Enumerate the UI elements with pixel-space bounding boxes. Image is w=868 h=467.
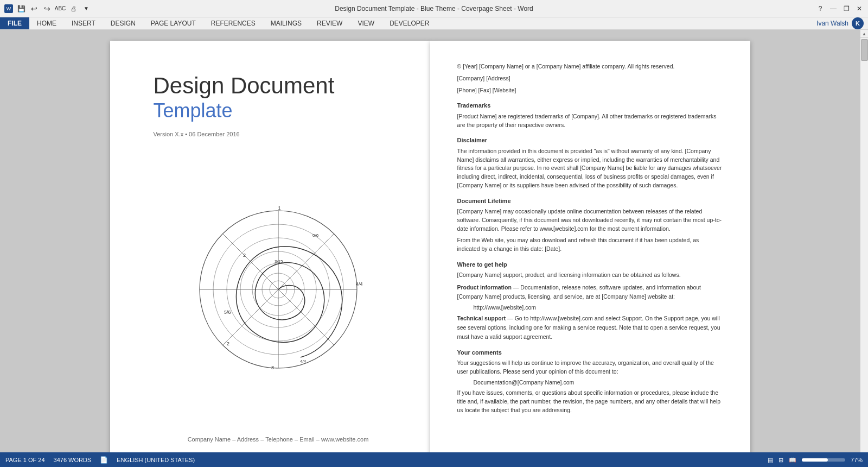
vertical-scrollbar[interactable]: ▲ [860,30,868,452]
trademarks-section: Trademarks [Product Name] are registered… [457,101,723,129]
document-title-line1: Design Document [154,73,403,98]
trademarks-heading: Trademarks [457,101,723,110]
technical-support-label: Technical support [457,315,506,321]
redo-icon[interactable]: ↪ [42,4,52,14]
where-to-get-help-section: Where to get help [Company Name] support… [457,260,723,342]
tab-review[interactable]: REVIEW [309,17,350,29]
where-to-get-help-intro: [Company Name] support, product, and lic… [457,271,723,280]
document-lifetime-text2: From the Web site, you may also download… [457,236,723,254]
minimize-button[interactable]: — [829,4,838,13]
svg-text:1: 1 [278,205,280,211]
right-copyright-section: © [Year] [Company Name] or a [Company Na… [457,62,723,94]
document-lifetime-text1: [Company Name] may occasionally update o… [457,207,723,233]
your-comments-text1: Your suggestions will help us continue t… [457,359,723,376]
your-comments-heading: Your comments [457,348,723,357]
svg-text:2: 2 [243,253,246,258]
view-icon-web[interactable]: ⊞ [778,457,783,464]
svg-line-11 [278,234,334,289]
quick-access-toolbar: W 💾 ↩ ↪ ABC 🖨 ▼ [4,4,91,14]
close-button[interactable]: ✕ [855,4,864,13]
svg-text:0/6: 0/6 [312,233,319,238]
spiral-diagram: 1 4/4 0/6 3/15 2 5/6 3 4/4 2 [154,154,403,425]
help-button[interactable]: ? [816,4,825,13]
pages-container: Design Document Template Version X.x • 0… [0,30,860,452]
product-info-block: Product information — Documentation, rel… [457,283,723,312]
product-info-url: http://www.[website].com [474,304,723,312]
svg-line-12 [278,289,334,345]
tab-home[interactable]: HOME [29,17,64,29]
page-footer: Company Name – Address – Telephone – Ema… [154,436,403,443]
svg-text:3/15: 3/15 [275,259,283,264]
ribbon: FILE HOME INSERT DESIGN PAGE LAYOUT REFE… [0,17,868,30]
proofing-icon: 📄 [100,456,108,464]
copyright-text: © [Year] [Company Name] or a [Company Na… [457,62,723,71]
page-left: Design Document Template Version X.x • 0… [110,41,430,452]
tab-view[interactable]: VIEW [350,17,382,29]
your-comments-section: Your comments Your suggestions will help… [457,348,723,415]
window-controls: ? — ❐ ✕ [816,4,864,13]
disclaimer-text: The information provided in this documen… [457,147,723,190]
product-info-label: Product information [457,284,512,291]
status-right: ▤ ⊞ 📖 77% [768,457,863,464]
zoom-bar[interactable] [802,458,845,462]
spelling-icon[interactable]: ABC [55,4,65,14]
tab-references[interactable]: REFERENCES [203,17,263,29]
document-area: Design Document Template Version X.x • 0… [0,30,868,452]
ribbon-tabs: FILE HOME INSERT DESIGN PAGE LAYOUT REFE… [0,17,868,29]
status-bar: PAGE 1 OF 24 3476 WORDS 📄 ENGLISH (UNITE… [0,452,868,467]
language: ENGLISH (UNITED STATES) [117,457,195,463]
scroll-up-button[interactable]: ▲ [860,30,869,38]
spiral-svg: 1 4/4 0/6 3/15 2 5/6 3 4/4 2 [194,205,362,374]
zoom-level: 77% [851,457,863,463]
tab-developer[interactable]: DEVELOPER [382,17,437,29]
view-icon-read[interactable]: 📖 [789,457,796,464]
window-title: Design Document Template - Blue Theme - … [335,5,533,12]
user-avatar[interactable]: K [852,17,864,29]
technical-support-block: Technical support — Go to http://www.[we… [457,314,723,341]
page-right: © [Year] [Company Name] or a [Company Na… [430,41,750,452]
svg-text:3: 3 [271,365,274,370]
documentation-email: Documentation@[Company Name].com [474,378,723,387]
tab-mailings[interactable]: MAILINGS [263,17,309,29]
page-info: PAGE 1 OF 24 [5,457,45,463]
disclaimer-section: Disclaimer The information provided in t… [457,136,723,190]
tab-file[interactable]: FILE [0,17,29,29]
restore-button[interactable]: ❐ [842,4,851,13]
where-to-get-help-heading: Where to get help [457,260,723,269]
word-icon: W [4,4,13,13]
print-icon[interactable]: 🖨 [68,4,78,14]
company-text: [Company] [Address] [457,74,723,83]
zoom-fill [802,458,828,462]
svg-text:5/6: 5/6 [224,310,231,315]
trademarks-text: [Product Name] are registered trademarks… [457,112,723,130]
title-bar: W 💾 ↩ ↪ ABC 🖨 ▼ Design Document Template… [0,0,868,17]
document-lifetime-section: Document Lifetime [Company Name] may occ… [457,197,723,254]
svg-text:4/4: 4/4 [356,281,362,287]
more-icon[interactable]: ▼ [81,4,91,14]
your-comments-text2: If you have issues, comments, or questio… [457,389,723,414]
word-count: 3476 WORDS [54,457,92,463]
tab-design[interactable]: DESIGN [103,17,143,29]
undo-icon[interactable]: ↩ [29,4,39,14]
contact-text: [Phone] [Fax] [Website] [457,86,723,95]
view-icon-print[interactable]: ▤ [768,457,773,464]
svg-text:4/4: 4/4 [300,359,307,364]
tab-insert[interactable]: INSERT [64,17,103,29]
scroll-thumb[interactable] [861,39,868,61]
document-title-line2: Template [154,99,403,122]
tab-page-layout[interactable]: PAGE LAYOUT [143,17,203,29]
save-icon[interactable]: 💾 [16,4,26,14]
document-lifetime-heading: Document Lifetime [457,197,723,206]
user-name: Ivan Walsh [816,20,848,27]
svg-text:2: 2 [227,341,229,346]
disclaimer-heading: Disclaimer [457,136,723,145]
user-area: Ivan Walsh K [816,17,868,29]
document-version: Version X.x • 06 December 2016 [154,131,403,137]
